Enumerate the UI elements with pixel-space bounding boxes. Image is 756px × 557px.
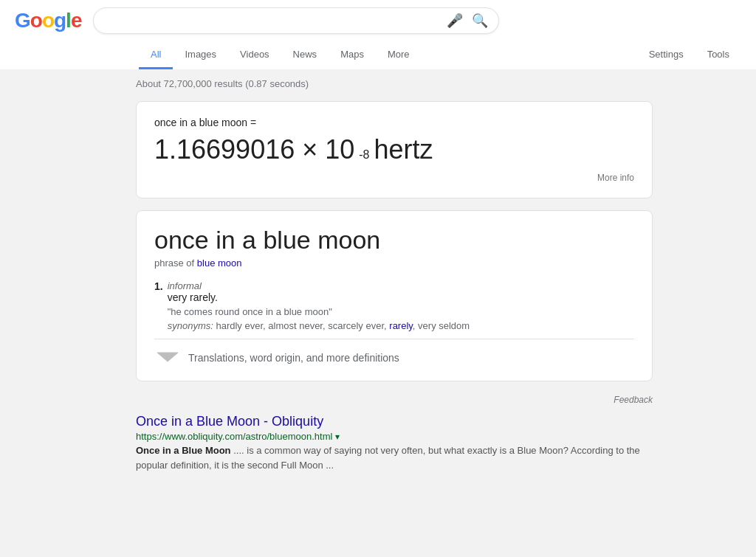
def-more-button[interactable]: Translations, word origin, and more defi… <box>154 339 634 366</box>
search-input[interactable]: once in a blue moon <box>104 14 447 27</box>
calc-result: 1.16699016 × 10-8 hertz <box>154 134 634 165</box>
result-snippet-bold: Once in a Blue Moon <box>136 445 231 456</box>
def-number: 1. <box>154 280 163 292</box>
def-phrase-of: phrase of blue moon <box>154 257 634 269</box>
tab-more[interactable]: More <box>376 41 422 69</box>
definition-item-1: 1. informal very rarely. "he comes round… <box>154 280 634 331</box>
def-more-text: Translations, word origin, and more defi… <box>188 352 399 364</box>
calc-unit: hertz <box>374 134 433 165</box>
more-info-link[interactable]: More info <box>154 173 634 183</box>
nav-tabs: All Images Videos News Maps More Setting… <box>139 41 741 69</box>
def-example: "he comes round once in a blue moon" <box>168 306 634 317</box>
def-phrase: once in a blue moon <box>154 226 634 255</box>
mic-icon[interactable]: 🎤 <box>447 13 463 29</box>
result-title: Once in a Blue Moon - Obliquity <box>136 414 653 429</box>
result-url-line: https://www.obliquity.com/astro/bluemoon… <box>136 431 653 442</box>
def-informal: informal <box>168 280 634 291</box>
result-url: https://www.obliquity.com/astro/bluemoon… <box>136 431 332 442</box>
calculator-card: once in a blue moon = 1.16699016 × 10-8 … <box>136 101 653 198</box>
feedback-line: Feedback <box>136 393 653 405</box>
chevron-down-icon <box>154 350 181 366</box>
tab-images[interactable]: Images <box>173 41 228 69</box>
tab-news[interactable]: News <box>281 41 329 69</box>
rarely-link[interactable]: rarely <box>389 320 413 331</box>
tab-maps[interactable]: Maps <box>329 41 376 69</box>
def-synonyms: synonyms: hardly ever, almost never, sca… <box>168 320 634 331</box>
blue-moon-link[interactable]: blue moon <box>197 257 242 269</box>
search-icon[interactable]: 🔍 <box>472 13 488 29</box>
results-count: About 72,700,000 results (0.87 seconds) <box>136 78 741 89</box>
search-box: once in a blue moon 🎤 🔍 <box>93 7 499 34</box>
definition-card: once in a blue moon phrase of blue moon … <box>136 210 653 381</box>
result-title-link[interactable]: Once in a Blue Moon - Obliquity <box>136 414 323 429</box>
calc-exponent: -8 <box>359 148 369 162</box>
tab-tools[interactable]: Tools <box>695 41 741 69</box>
calc-label: once in a blue moon = <box>154 117 634 128</box>
google-logo[interactable]: Google <box>15 9 81 32</box>
result-snippet: Once in a Blue Moon .... is a common way… <box>136 443 653 472</box>
search-result: Once in a Blue Moon - Obliquity https://… <box>136 414 653 472</box>
result-url-dropdown-icon[interactable]: ▾ <box>335 432 340 442</box>
calc-value-prefix: 1.16699016 × 10 <box>154 134 354 165</box>
def-content: informal very rarely. "he comes round on… <box>168 280 634 331</box>
def-meaning: very rarely. <box>168 291 634 303</box>
tab-settings[interactable]: Settings <box>637 41 695 69</box>
tab-all[interactable]: All <box>139 41 173 69</box>
definition-list: 1. informal very rarely. "he comes round… <box>154 280 634 331</box>
feedback-link[interactable]: Feedback <box>614 395 653 405</box>
svg-marker-0 <box>157 353 178 361</box>
tab-videos[interactable]: Videos <box>228 41 281 69</box>
